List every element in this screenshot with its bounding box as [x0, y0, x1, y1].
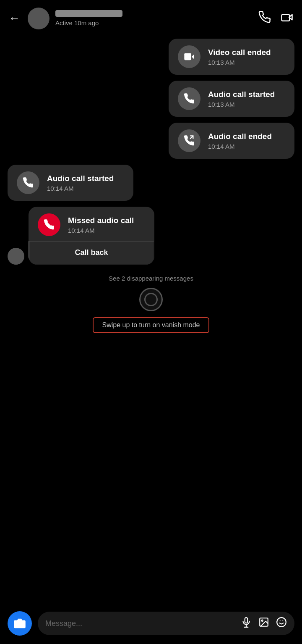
audio-call-icon[interactable]: [258, 11, 271, 26]
video-call-icon[interactable]: [280, 11, 294, 26]
svg-point-4: [18, 622, 22, 626]
missed-call-content: Missed audio call 10:14 AM Call back: [29, 207, 154, 265]
audio-call-ended-icon: [178, 129, 200, 152]
video-call-ended-title: Video call ended: [208, 48, 271, 57]
audio-call-started-1-icon: [178, 87, 200, 110]
emoji-icon[interactable]: [276, 617, 287, 630]
header-action-icons: [258, 11, 294, 26]
missed-call-bubble: Missed audio call 10:14 AM Call back: [29, 207, 154, 265]
camera-button[interactable]: [8, 611, 32, 636]
audio-call-ended-text: Audio call ended 10:14 AM: [208, 132, 272, 150]
back-button[interactable]: ←: [8, 12, 20, 25]
image-icon[interactable]: [258, 617, 269, 630]
vanish-inner-circle: [144, 293, 158, 306]
svg-point-10: [277, 618, 286, 627]
svg-rect-0: [282, 14, 290, 21]
audio-call-started-1-text: Audio call started 10:13 AM: [208, 90, 275, 108]
video-call-ended-time: 10:13 AM: [208, 59, 271, 66]
active-status: Active 10m ago: [55, 19, 99, 26]
audio-call-started-2-text: Audio call started 10:14 AM: [47, 174, 114, 192]
message-audio-call-ended: Audio call ended 10:14 AM: [169, 123, 294, 159]
audio-call-started-2-icon: [17, 171, 39, 194]
chat-area: Video call ended 10:13 AM Audio call sta…: [0, 34, 302, 337]
disappearing-section: See 2 disappearing messages Swipe up to …: [8, 275, 294, 333]
video-call-ended-text: Video call ended 10:13 AM: [208, 48, 271, 66]
svg-rect-5: [245, 618, 248, 623]
sender-avatar: [8, 248, 24, 265]
missed-call-top: Missed audio call 10:14 AM: [29, 207, 154, 241]
missed-call-icon: [38, 213, 60, 236]
svg-rect-1: [184, 53, 191, 60]
message-audio-call-started-2: Audio call started 10:14 AM: [8, 165, 133, 201]
missed-call-text: Missed audio call 10:14 AM: [68, 216, 134, 234]
input-bar: Message...: [0, 605, 302, 644]
missed-call-row-outer: Missed audio call 10:14 AM Call back: [8, 207, 294, 265]
call-back-button[interactable]: Call back: [29, 241, 154, 265]
contact-avatar[interactable]: [28, 8, 49, 29]
svg-point-9: [262, 620, 263, 621]
microphone-icon[interactable]: [241, 617, 252, 630]
message-input-wrap: Message...: [38, 612, 294, 635]
disappearing-messages-text: See 2 disappearing messages: [109, 275, 193, 282]
vanish-mode-label: Swipe up to turn on vanish mode: [93, 317, 209, 333]
message-video-call-ended: Video call ended 10:13 AM: [169, 39, 294, 75]
missed-call-title: Missed audio call: [68, 216, 134, 225]
vanish-mode-circle: [139, 288, 163, 311]
message-input[interactable]: Message...: [45, 619, 234, 628]
missed-call-time: 10:14 AM: [68, 227, 134, 234]
video-call-ended-icon: [178, 45, 200, 68]
header: ← Active 10m ago: [0, 0, 302, 34]
header-info: Active 10m ago: [55, 10, 253, 27]
message-audio-call-started-1: Audio call started 10:13 AM: [169, 81, 294, 117]
contact-name-bar: [55, 10, 122, 17]
